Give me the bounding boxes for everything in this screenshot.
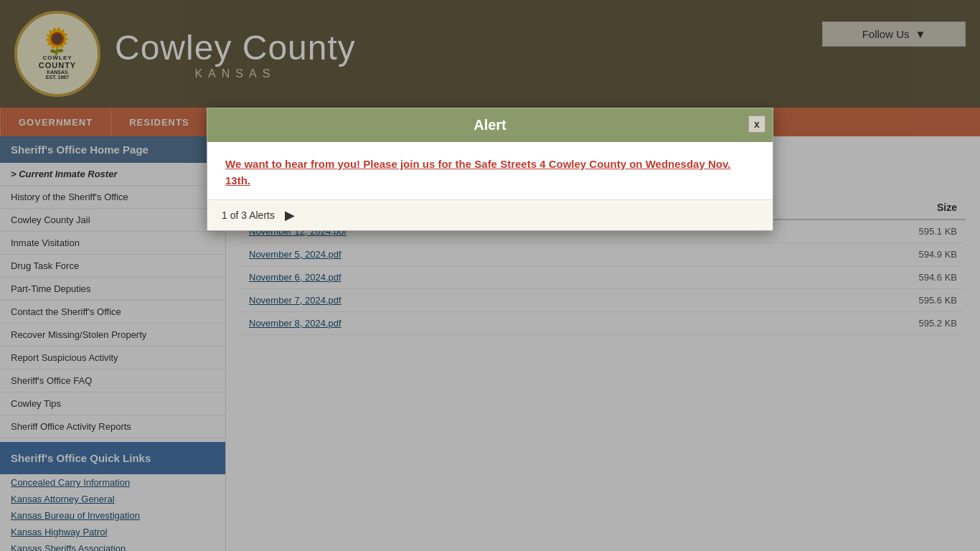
modal-body: We want to hear from you! Please join us…	[207, 142, 773, 199]
alert-next-button[interactable]: ▶	[282, 207, 298, 223]
modal-footer: 1 of 3 Alerts ▶	[207, 199, 773, 230]
alert-title: Alert	[473, 117, 507, 133]
alert-modal: Alert x We want to hear from you! Please…	[207, 108, 773, 231]
chevron-right-icon: ▶	[285, 208, 295, 222]
modal-header: Alert	[207, 108, 773, 142]
alert-message: We want to hear from you! Please join us…	[225, 156, 755, 189]
alert-nav-text: 1 of 3 Alerts	[222, 209, 275, 221]
close-icon: x	[754, 118, 760, 130]
modal-close-button[interactable]: x	[748, 116, 765, 133]
modal-overlay: Alert x We want to hear from you! Please…	[0, 0, 980, 551]
